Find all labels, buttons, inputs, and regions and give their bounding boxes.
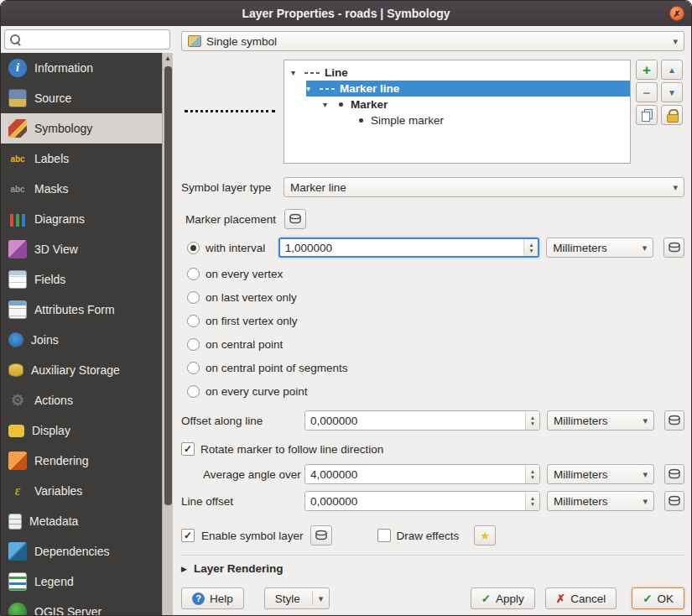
offset-along-line-spinbox[interactable]: 0,000000 ▲ ▼ bbox=[304, 410, 540, 431]
variables-icon: ε bbox=[8, 482, 27, 500]
dependencies-icon bbox=[8, 542, 27, 561]
sidebar-item-label: Attributes Form bbox=[34, 303, 115, 316]
radio-label: on central point of segments bbox=[206, 362, 348, 374]
on-every-vertex-radio[interactable] bbox=[187, 268, 200, 280]
with-interval-radio[interactable] bbox=[187, 242, 200, 254]
style-button[interactable]: Style ▾ bbox=[264, 587, 330, 609]
ok-button[interactable]: ✓ OK bbox=[632, 587, 684, 609]
customize-effects-button[interactable]: ★ bbox=[474, 525, 496, 546]
close-button[interactable]: ✗ bbox=[669, 6, 684, 21]
data-defined-override-button[interactable] bbox=[310, 525, 332, 546]
lock-color-button[interactable] bbox=[661, 105, 683, 125]
enable-symbol-layer-label: Enable symbol layer bbox=[201, 530, 304, 542]
cancel-button[interactable]: ✗ Cancel bbox=[545, 587, 617, 609]
search-input[interactable] bbox=[22, 31, 169, 48]
expander-icon[interactable]: ▾ bbox=[306, 84, 315, 93]
data-defined-override-button[interactable] bbox=[664, 464, 684, 484]
average-angle-spinbox[interactable]: 4,000000 ▲ ▼ bbox=[304, 464, 540, 484]
symbol-type-combo[interactable]: Single symbol ▾ bbox=[181, 31, 684, 51]
sidebar-item-legend[interactable]: Legend bbox=[1, 566, 162, 597]
tree-item-marker-line[interactable]: ▾ Marker line bbox=[284, 81, 630, 97]
offset-along-line-row: Offset along line 0,000000 ▲ ▼ Millimete… bbox=[181, 410, 684, 431]
move-up-button[interactable]: ▲ bbox=[661, 60, 683, 80]
sidebar-item-qgis-server[interactable]: QGIS Server bbox=[1, 597, 162, 615]
data-defined-override-button[interactable] bbox=[664, 491, 684, 511]
symbol-layer-type-combo[interactable]: Marker line ▾ bbox=[284, 177, 684, 197]
spin-up-icon[interactable]: ▲ bbox=[528, 242, 533, 248]
spin-up-icon[interactable]: ▲ bbox=[530, 495, 535, 501]
spin-up-icon[interactable]: ▲ bbox=[530, 415, 535, 420]
sidebar-item-display[interactable]: Display bbox=[1, 415, 162, 446]
layer-rendering-collapsible[interactable]: ▶ Layer Rendering bbox=[181, 562, 684, 575]
interval-spinbox[interactable]: 1,000000 ▲ ▼ bbox=[278, 238, 540, 258]
enable-symbol-layer-checkbox[interactable]: ✓ bbox=[181, 529, 195, 542]
data-defined-override-button[interactable] bbox=[664, 410, 684, 431]
on-central-point-radio[interactable] bbox=[187, 338, 200, 351]
spin-down-icon[interactable]: ▼ bbox=[530, 474, 535, 480]
scroll-up-icon[interactable]: ▲ bbox=[164, 53, 171, 65]
sidebar-item-actions[interactable]: ⚙ Actions bbox=[1, 385, 162, 415]
expander-icon[interactable]: ▾ bbox=[323, 100, 331, 109]
unit-value: Millimeters bbox=[554, 495, 608, 508]
titlebar[interactable]: Layer Properties - roads | Symbology ✗ bbox=[1, 1, 691, 26]
sidebar-item-fields[interactable]: Fields bbox=[1, 264, 162, 295]
sidebar-item-masks[interactable]: abc Masks bbox=[1, 174, 162, 204]
search-box[interactable] bbox=[4, 29, 170, 50]
tree-item-marker[interactable]: ▾ Marker bbox=[284, 97, 630, 112]
apply-label: Apply bbox=[496, 593, 524, 605]
sidebar-item-metadata[interactable]: Metadata bbox=[1, 506, 162, 536]
spin-up-icon[interactable]: ▲ bbox=[530, 468, 535, 474]
symbology-panel: Single symbol ▾ ▾ Line ▾ bbox=[173, 26, 691, 615]
sidebar-item-attributes-form[interactable]: Attributes Form bbox=[1, 295, 162, 325]
sidebar-item-information[interactable]: i Information bbox=[1, 53, 162, 83]
offset-unit-combo[interactable]: Millimeters ▾ bbox=[547, 410, 654, 431]
sidebar-item-3d-view[interactable]: 3D View bbox=[1, 234, 162, 264]
data-defined-override-button[interactable] bbox=[663, 238, 684, 258]
expander-icon[interactable]: ▾ bbox=[291, 68, 299, 77]
apply-button[interactable]: ✓ Apply bbox=[471, 587, 535, 609]
spinner-arrows[interactable]: ▲ ▼ bbox=[525, 492, 539, 510]
radio-label: with interval bbox=[206, 242, 278, 254]
line-offset-unit-combo[interactable]: Millimeters ▾ bbox=[547, 491, 654, 511]
average-angle-unit-combo[interactable]: Millimeters ▾ bbox=[547, 464, 654, 484]
duplicate-icon bbox=[642, 109, 653, 121]
sidebar-item-dependencies[interactable]: Dependencies bbox=[1, 536, 162, 566]
spin-down-icon[interactable]: ▼ bbox=[528, 248, 533, 253]
on-first-vertex-only-radio[interactable] bbox=[187, 315, 200, 327]
spin-down-icon[interactable]: ▼ bbox=[530, 420, 535, 426]
tree-item-line[interactable]: ▾ Line bbox=[284, 65, 630, 81]
sidebar-item-symbology[interactable]: Symbology bbox=[1, 113, 162, 144]
on-central-point-of-segments-radio[interactable] bbox=[187, 362, 200, 374]
spinner-arrows[interactable]: ▲ ▼ bbox=[523, 239, 538, 256]
interval-unit-combo[interactable]: Millimeters ▾ bbox=[546, 238, 653, 258]
draw-effects-checkbox[interactable] bbox=[377, 529, 391, 542]
tree-item-label: Simple marker bbox=[371, 114, 444, 127]
spinner-arrows[interactable]: ▲ ▼ bbox=[525, 465, 539, 483]
sidebar-item-source[interactable]: Source bbox=[1, 83, 162, 113]
on-every-curve-point-radio[interactable] bbox=[187, 385, 200, 398]
help-button[interactable]: ? Help bbox=[181, 587, 244, 609]
line-offset-spinbox[interactable]: 0,000000 ▲ ▼ bbox=[304, 491, 540, 511]
remove-symbol-layer-button[interactable]: − bbox=[636, 82, 658, 102]
move-down-button[interactable]: ▼ bbox=[661, 82, 683, 102]
spinner-arrows[interactable]: ▲ ▼ bbox=[525, 411, 539, 430]
sidebar-item-joins[interactable]: Joins bbox=[1, 325, 162, 355]
rotate-marker-checkbox[interactable]: ✓ bbox=[181, 442, 195, 456]
attributes-form-icon bbox=[8, 300, 27, 319]
sidebar-item-auxiliary-storage[interactable]: Auxiliary Storage bbox=[1, 355, 162, 385]
sidebar-item-labels[interactable]: abc Labels bbox=[1, 144, 162, 174]
data-defined-icon bbox=[668, 494, 681, 508]
sidebar-scrollbar[interactable]: ▲ bbox=[162, 53, 173, 615]
sidebar-item-variables[interactable]: ε Variables bbox=[1, 476, 162, 506]
tree-selection[interactable]: ▾ Marker line bbox=[306, 81, 630, 97]
left-panel: i Information Source Symbology abc Label… bbox=[1, 26, 173, 615]
on-last-vertex-only-radio[interactable] bbox=[187, 291, 200, 304]
data-defined-override-button[interactable] bbox=[284, 209, 306, 229]
sidebar-item-rendering[interactable]: Rendering bbox=[1, 446, 162, 476]
spin-down-icon[interactable]: ▼ bbox=[530, 501, 535, 507]
scrollbar-thumb[interactable] bbox=[164, 66, 172, 505]
tree-item-simple-marker[interactable]: Simple marker bbox=[284, 112, 630, 128]
duplicate-symbol-layer-button[interactable] bbox=[636, 105, 658, 125]
add-symbol-layer-button[interactable]: + bbox=[636, 60, 658, 80]
sidebar-item-diagrams[interactable]: Diagrams bbox=[1, 204, 162, 234]
